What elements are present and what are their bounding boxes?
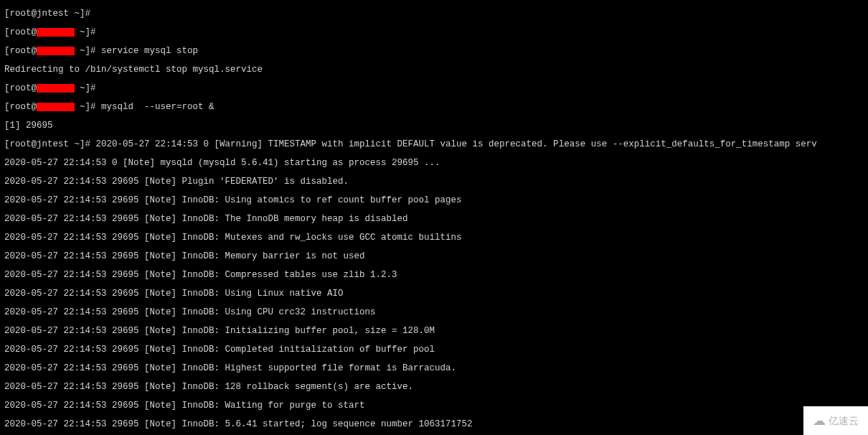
watermark-badge: ☁ 亿速云 bbox=[803, 406, 868, 435]
terminal-line: 2020-05-27 22:14:53 29695 [Note] InnoDB:… bbox=[4, 345, 864, 355]
terminal-line: 2020-05-27 22:14:53 29695 [Note] InnoDB:… bbox=[4, 233, 864, 243]
terminal-line: 2020-05-27 22:14:53 29695 [Note] InnoDB:… bbox=[4, 271, 864, 280]
terminal-line: 2020-05-27 22:14:53 29695 [Note] InnoDB:… bbox=[4, 215, 864, 224]
terminal-output[interactable]: [root@jntest ~]# [root@ ~]# [root@ ~]# s… bbox=[0, 0, 868, 435]
terminal-line: [1] 29695 bbox=[4, 121, 864, 131]
terminal-line: [root@jntest ~]# 2020-05-27 22:14:53 0 [… bbox=[4, 140, 864, 149]
redacted-host bbox=[37, 103, 75, 111]
terminal-line: 2020-05-27 22:14:53 29695 [Note] InnoDB:… bbox=[4, 327, 864, 336]
cloud-icon: ☁ bbox=[813, 416, 826, 426]
terminal-line: [root@ ~]# mysqld --user=root & bbox=[4, 103, 864, 112]
terminal-line: 2020-05-27 22:14:53 0 [Note] mysqld (mys… bbox=[4, 159, 864, 168]
terminal-line: 2020-05-27 22:14:53 29695 [Note] InnoDB:… bbox=[4, 364, 864, 373]
redacted-host bbox=[37, 47, 75, 55]
terminal-line: [root@ ~]# bbox=[4, 28, 864, 37]
redacted-host bbox=[37, 28, 75, 37]
watermark-text: 亿速云 bbox=[829, 416, 859, 426]
terminal-line: 2020-05-27 22:14:53 29695 [Note] InnoDB:… bbox=[4, 383, 864, 392]
redacted-host bbox=[37, 84, 75, 93]
terminal-line: 2020-05-27 22:14:53 29695 [Note] InnoDB:… bbox=[4, 196, 864, 205]
terminal-line: 2020-05-27 22:14:53 29695 [Note] InnoDB:… bbox=[4, 289, 864, 299]
terminal-line: 2020-05-27 22:14:53 29695 [Note] InnoDB:… bbox=[4, 401, 864, 411]
terminal-line: 2020-05-27 22:14:53 29695 [Note] Plugin … bbox=[4, 177, 864, 187]
terminal-line: 2020-05-27 22:14:53 29695 [Note] InnoDB:… bbox=[4, 252, 864, 261]
terminal-line: Redirecting to /bin/systemctl stop mysql… bbox=[4, 65, 864, 75]
terminal-line: [root@ ~]# bbox=[4, 84, 864, 93]
terminal-line: [root@ ~]# service mysql stop bbox=[4, 47, 864, 56]
terminal-line: [root@jntest ~]# bbox=[4, 9, 864, 19]
terminal-line: 2020-05-27 22:14:53 29695 [Note] InnoDB:… bbox=[4, 420, 864, 429]
terminal-line: 2020-05-27 22:14:53 29695 [Note] InnoDB:… bbox=[4, 308, 864, 317]
